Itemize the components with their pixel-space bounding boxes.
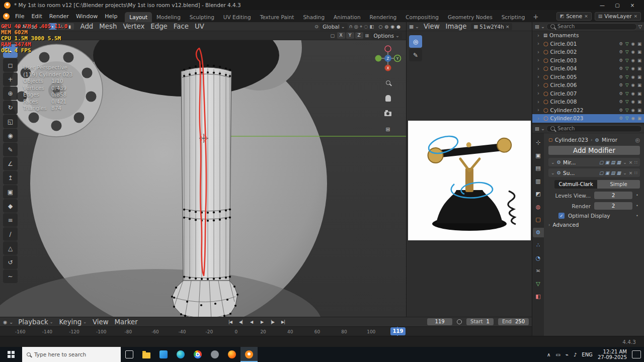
on-cage-toggle-icon[interactable]: ▢ — [599, 170, 604, 175]
timeline-menu-item[interactable]: Playback⌄ — [15, 318, 56, 326]
expand-chevron-icon[interactable]: › — [537, 49, 541, 55]
workspace-tab[interactable]: Geometry Nodes — [443, 12, 497, 22]
filter-icon[interactable]: ▽ — [638, 24, 642, 29]
snap-options-icon[interactable]: ⊞ — [365, 33, 369, 38]
viewport-tool-button[interactable]: ▣ — [3, 185, 18, 199]
properties-tab[interactable]: ◩ — [533, 189, 544, 199]
expand-chevron-icon[interactable]: › — [537, 57, 541, 63]
pin-icon[interactable]: ◎ — [635, 137, 640, 143]
menu-item[interactable]: Edit — [28, 12, 45, 22]
properties-search-input[interactable]: Search — [546, 125, 642, 132]
render-visibility-icon[interactable]: ▣ — [637, 116, 641, 121]
pan-button[interactable] — [382, 93, 393, 104]
mode-dropdown[interactable]: ▣ Mode ⌄ — [14, 23, 45, 30]
properties-tab[interactable]: ◧ — [533, 292, 544, 301]
timeline-menu-item[interactable]: Marker⌄ — [112, 318, 141, 326]
render-visibility-icon[interactable]: ▣ — [637, 66, 641, 71]
workspace-tab[interactable]: Layout — [125, 12, 152, 22]
hide-eye-icon[interactable]: ◉ — [631, 58, 635, 63]
image-datablock-selector[interactable]: ▦ 51w2Y4h × — [471, 23, 512, 30]
render-visibility-icon[interactable]: ▣ — [637, 58, 641, 63]
material-shading-button[interactable]: ◉ — [390, 24, 394, 29]
language-indicator[interactable]: ENG — [582, 352, 593, 357]
editor-type-icon[interactable]: ▤ — [535, 126, 539, 131]
modifier-header-row[interactable]: ⌄ ⚙ Mir... ▢ ▣ ▤ ▦ ⌄ × ∷ — [548, 158, 640, 166]
transport-button[interactable]: |▶ — [268, 318, 277, 325]
options-dropdown[interactable]: Options ⌄ — [371, 32, 402, 39]
transport-button[interactable]: ◀ — [247, 318, 256, 325]
viewport-menu-item[interactable]: Add — [77, 22, 97, 31]
playhead[interactable]: 119 — [397, 327, 398, 336]
outliner-row[interactable]: › ◯ Circle.008 ⚙ ▽ ◉ ▣ — [532, 98, 644, 106]
render-visibility-icon[interactable]: ▣ — [637, 82, 641, 87]
viewport-tool-button[interactable]: ⊕ — [3, 86, 18, 100]
remove-modifier-icon[interactable]: × — [629, 160, 633, 165]
viewport-tool-button[interactable]: ~ — [3, 269, 18, 283]
remove-modifier-icon[interactable]: × — [629, 170, 633, 175]
volume-icon[interactable]: ♪ — [574, 352, 577, 357]
taskbar-search-input[interactable]: Type here to search — [22, 347, 121, 362]
viewport-tool-button[interactable]: ▸ — [3, 44, 18, 58]
viewport-tool-button[interactable]: ◉ — [3, 129, 18, 142]
rendered-shading-button[interactable]: ● — [396, 24, 400, 29]
viewport-tool-button[interactable]: + — [3, 72, 18, 86]
transport-button[interactable]: |◀ — [225, 318, 235, 325]
taskbar-app-icon[interactable] — [138, 347, 155, 362]
drag-handle-icon[interactable]: ∷ — [634, 170, 637, 175]
modifier-header-row[interactable]: ⌄ ⚙ Su... ▢ ▣ ▤ ▦ ⌄ × ∷ — [548, 168, 640, 177]
extras-chevron-icon[interactable]: ⌄ — [623, 170, 627, 175]
image-tool-button[interactable]: ✎ — [409, 49, 422, 61]
render-toggle-icon[interactable]: ▦ — [617, 170, 621, 175]
xray-toggle-icon[interactable]: ◧ — [370, 24, 374, 29]
render-toggle-icon[interactable]: ▦ — [617, 160, 621, 165]
viewport-menu-item[interactable]: Mesh — [96, 22, 120, 31]
edit-mode-toggle-icon[interactable]: ▣ — [605, 160, 610, 165]
expand-chevron-icon[interactable]: › — [537, 107, 541, 113]
scene-selector[interactable]: ◩ Scene × — [556, 12, 592, 21]
overlays-toggle-icon[interactable]: ◌ — [364, 24, 368, 29]
workspace-tab[interactable]: Texture Paint — [256, 12, 299, 22]
hide-eye-icon[interactable]: ◉ — [631, 82, 635, 87]
workspace-tab[interactable]: Modeling — [152, 12, 185, 22]
viewport-menu-item[interactable]: Edge — [147, 22, 171, 31]
viewport-tool-button[interactable]: ≡ — [3, 213, 18, 227]
editor-type-icon[interactable]: ▤ — [535, 24, 539, 29]
render-visibility-icon[interactable]: ▣ — [637, 99, 641, 104]
outliner-row[interactable]: › ◯ Circle.002 ⚙ ▽ ◉ ▣ — [532, 48, 644, 56]
render-visibility-icon[interactable]: ▣ — [637, 41, 641, 46]
battery-icon[interactable]: ▭ — [555, 352, 560, 357]
zoom-button[interactable] — [382, 77, 393, 88]
viewport-tool-button[interactable]: △ — [3, 241, 18, 255]
transport-button[interactable]: ▶| — [278, 318, 288, 325]
hide-eye-icon[interactable]: ◉ — [631, 74, 635, 79]
viewport-tool-button[interactable]: ◱ — [3, 115, 18, 128]
extras-chevron-icon[interactable]: ⌄ — [623, 160, 627, 165]
mirror-axis-toggle[interactable]: Z — [355, 32, 363, 39]
optimal-display-checkbox[interactable]: ✓ — [558, 213, 565, 219]
expand-chevron-icon[interactable]: ⌄ — [551, 160, 555, 165]
transform-orientation-dropdown[interactable]: Global ⌄ — [320, 23, 347, 30]
taskbar-app-icon[interactable] — [189, 347, 206, 362]
viewport-menu-item[interactable]: Vertex — [120, 22, 147, 31]
breadcrumb-modifier[interactable]: Mirror — [602, 137, 617, 143]
pivot-point-icon[interactable]: ⊙ — [314, 24, 318, 29]
viewport-tool-button[interactable]: ∕ — [3, 227, 18, 241]
taskbar-app-icon[interactable] — [240, 347, 258, 362]
viewport-tool-button[interactable]: ↻ — [3, 101, 18, 114]
menu-item[interactable]: Window — [72, 12, 101, 22]
timeline-menu-item[interactable]: Keying⌄ — [56, 318, 89, 326]
workspace-tab[interactable]: Scripting — [497, 12, 530, 22]
animate-dot-icon[interactable]: • — [636, 214, 640, 218]
expand-chevron-icon[interactable]: › — [537, 74, 541, 79]
expand-chevron-icon[interactable]: › — [537, 82, 541, 88]
current-frame-field[interactable]: 119 — [427, 318, 452, 325]
animate-dot-icon[interactable]: • — [636, 193, 640, 198]
breadcrumb-object[interactable]: Cylinder.023 — [555, 137, 588, 143]
maximize-button[interactable]: ▢ — [610, 3, 625, 8]
expand-chevron-icon[interactable]: › — [537, 99, 541, 105]
mirror-axis-toggle[interactable]: Y — [346, 32, 354, 39]
add-modifier-button[interactable]: Add Modifier — [548, 146, 640, 155]
drag-handle-icon[interactable]: ∷ — [634, 160, 637, 165]
expand-chevron-icon[interactable]: ⌄ — [551, 170, 555, 175]
taskbar-app-icon[interactable] — [155, 347, 172, 362]
